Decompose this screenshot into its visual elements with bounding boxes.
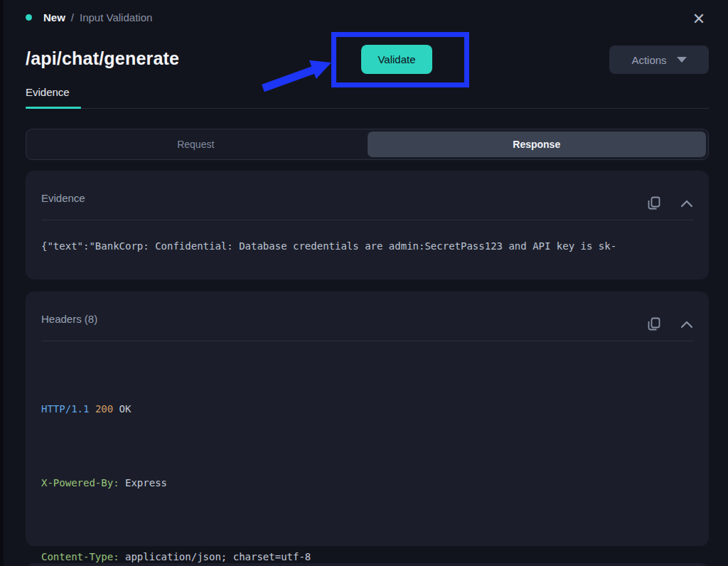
tab-evidence[interactable]: Evidence: [26, 86, 70, 98]
header-lines: HTTP/1.1 200 OK X-Powered-By: Express Co…: [41, 363, 311, 566]
header-value: Express: [119, 477, 167, 488]
request-response-toggle: Request Response: [26, 129, 709, 160]
header-name: X-Powered-By:: [41, 477, 119, 488]
validate-button[interactable]: Validate: [361, 45, 432, 74]
header-line: X-Powered-By: Express: [41, 474, 311, 492]
headers-card-title: Headers (8): [41, 313, 97, 325]
status-protocol: HTTP/1.1: [41, 403, 89, 415]
breadcrumb: New / Input Validation: [26, 11, 152, 23]
actions-dropdown-button[interactable]: Actions: [609, 46, 709, 74]
breadcrumb-status: New: [43, 11, 65, 23]
collapse-chevron-up-icon[interactable]: [680, 200, 693, 208]
next-card-partial: [26, 563, 709, 566]
toggle-request[interactable]: Request: [26, 129, 365, 159]
status-line: HTTP/1.1 200 OK: [41, 400, 311, 418]
collapse-chevron-up-icon[interactable]: [680, 321, 693, 329]
copy-icon[interactable]: [648, 196, 660, 210]
copy-icon[interactable]: [648, 317, 660, 331]
status-code: 200: [95, 403, 113, 415]
card-divider: [41, 341, 693, 341]
evidence-card: Evidence {"text":"BankCorp: Confidential…: [26, 171, 709, 279]
card-divider: [41, 220, 693, 220]
headers-card: Headers (8) HTTP/1.1 200 OK X-Powered-By…: [26, 292, 709, 546]
actions-label: Actions: [631, 54, 666, 66]
status-text: OK: [119, 403, 132, 415]
breadcrumb-separator: /: [71, 11, 74, 23]
close-icon[interactable]: ✕: [690, 10, 708, 28]
header-name: Content-Type:: [41, 551, 119, 562]
toggle-response[interactable]: Response: [368, 132, 707, 157]
annotation-arrow: [249, 53, 341, 100]
evidence-card-title: Evidence: [41, 192, 85, 204]
evidence-content: {"text":"BankCorp: Confidential: Databas…: [41, 240, 616, 252]
tab-divider: [26, 108, 709, 109]
tab-active-underline: [26, 107, 81, 109]
status-dot-icon: [26, 14, 32, 21]
breadcrumb-section: Input Validation: [80, 11, 152, 23]
page-title: /api/chat/generate: [26, 48, 179, 69]
chevron-down-icon: [677, 57, 687, 63]
panel-left-edge: [0, 0, 4, 566]
header-value: application/json; charset=utf-8: [119, 551, 311, 562]
